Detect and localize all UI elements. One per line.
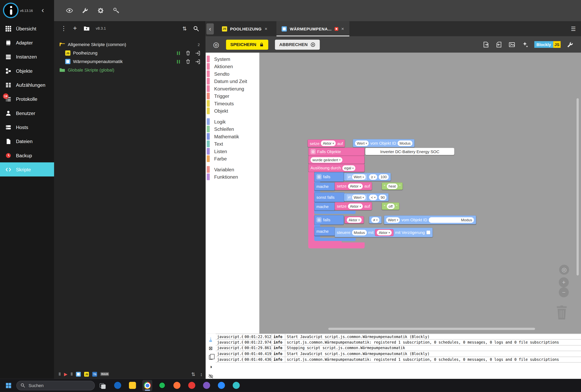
wrench-icon[interactable] <box>81 7 89 14</box>
locate-script-icon[interactable]: ◎ <box>213 40 219 49</box>
block-set-variable[interactable]: setze Aktor▾ auf <box>307 139 345 147</box>
event-dropdown[interactable]: wurde geändert▾ <box>310 157 342 162</box>
sidebar-item-instanzen[interactable]: Instanzen <box>0 50 54 64</box>
cancel-button[interactable]: ABBRECHEN <box>275 40 320 50</box>
center-workspace-icon[interactable]: ◎ <box>559 265 569 275</box>
search-input[interactable] <box>28 382 83 388</box>
play-filter-icon[interactable]: ▶ <box>64 372 67 376</box>
close-tab-icon[interactable]: × <box>341 26 344 32</box>
blockly-category[interactable]: Datum und Zeit <box>206 78 259 85</box>
taskbar-search[interactable] <box>16 380 95 390</box>
trash-icon[interactable] <box>555 306 569 322</box>
taskbar-app-icon[interactable] <box>127 380 137 391</box>
sidebar-item-dateien[interactable]: Dateien <box>0 134 54 148</box>
blockly-category[interactable]: Listen <box>206 148 259 155</box>
blockly-category[interactable]: Objekt <box>206 107 259 114</box>
block-trigger-value[interactable]: ⇄Wert▾ <box>346 194 368 201</box>
start-button[interactable] <box>4 380 13 390</box>
tree-script-poolheizung[interactable]: JS Poolheizung <box>65 49 202 57</box>
taskbar-app-icon[interactable] <box>231 380 241 391</box>
value-type-dropdown[interactable]: Wert▾ <box>355 140 369 146</box>
sidebar-item-skripte[interactable]: Skripte <box>0 162 54 176</box>
sidebar-item-backup[interactable]: Backup <box>0 148 54 162</box>
tree-folder-global[interactable]: Globale Skripte (global) <box>59 66 202 74</box>
wrench-icon[interactable] <box>567 41 574 48</box>
block-compare-ge[interactable]: ⇄Wert▾ ≥▾ 100 <box>344 173 391 181</box>
block-set-aktor-heat[interactable]: setze Aktor▾ auf <box>335 182 372 190</box>
block-text-heat[interactable]: “ heat ” <box>382 182 403 190</box>
menu-dots-icon[interactable]: ⋮ <box>61 25 67 32</box>
blockly-category[interactable]: Konvertierung <box>206 85 259 92</box>
blockly-category[interactable]: Sendto <box>206 70 259 78</box>
eye-icon[interactable] <box>66 7 73 14</box>
block-get-value-modus[interactable]: Wert▾ vom Objekt ID Modus <box>384 215 476 224</box>
mutator-gear-icon[interactable]: ⚙ <box>310 149 316 154</box>
taskbar-app-icon[interactable] <box>172 380 182 391</box>
expand-all-icon[interactable]: ⇅ <box>191 371 195 377</box>
sidebar-item-objekte[interactable]: Objekte <box>0 64 54 78</box>
blockly-category[interactable]: Variablen <box>206 166 259 173</box>
back-icon[interactable]: ‹ <box>206 23 214 34</box>
control-object-field[interactable]: Modus <box>352 230 367 235</box>
operator-dropdown[interactable]: ≥▾ <box>369 174 377 180</box>
sidebar-item-aufzaehlungen[interactable]: Aufzählungen <box>0 78 54 92</box>
block-get-value[interactable]: Wert▾ vom Objekt ID Modus <box>353 139 415 147</box>
blockly-category[interactable]: System <box>206 55 259 63</box>
blockly-category[interactable]: Mathematik <box>206 133 259 140</box>
block-variable-aktor[interactable]: Aktor▾ <box>375 229 394 236</box>
pause-script-icon[interactable] <box>176 59 181 64</box>
sort-icon[interactable]: ⇅ <box>182 26 187 32</box>
object-id-field[interactable]: Inverter DC-Battery Energy SOC <box>365 148 454 155</box>
tab-menu-icon[interactable]: ☰ <box>571 26 576 32</box>
blockly-canvas[interactable]: setze Aktor▾ auf Wert▾ vom Objekt ID Mod… <box>259 52 581 334</box>
block-variable-aktor[interactable]: Aktor▾ <box>345 216 364 224</box>
sidebar-item-uebersicht[interactable]: Übersicht <box>0 22 54 36</box>
delete-script-icon[interactable] <box>185 50 191 56</box>
sidebar-item-benutzer[interactable]: Benutzer <box>0 106 54 120</box>
gear-icon[interactable] <box>97 7 104 14</box>
compare-operator-holder[interactable]: ≠▾ <box>369 216 382 224</box>
zoom-in-icon[interactable]: + <box>559 277 569 287</box>
text-field[interactable]: heat <box>387 183 398 189</box>
blockly-category[interactable]: Timeouts <box>206 100 259 107</box>
object-field[interactable]: Modus <box>398 140 413 146</box>
copy-log-icon[interactable] <box>209 355 212 360</box>
block-trigger-value[interactable]: ⇄Wert▾ <box>346 173 368 180</box>
mutator-gear-icon[interactable]: ⚙ <box>316 174 322 180</box>
close-tab-icon[interactable]: × <box>265 26 268 32</box>
sidebar-item-hosts[interactable]: Hosts <box>0 120 54 134</box>
block-if-2[interactable]: ⚙ falls <box>314 215 344 225</box>
key-icon[interactable] <box>112 7 120 14</box>
blockly-category[interactable]: Trigger <box>206 92 259 100</box>
import-script-icon[interactable] <box>495 41 502 48</box>
blockly-category[interactable]: Aktionen <box>206 63 259 70</box>
collapse-all-icon[interactable]: ↕ <box>200 371 202 377</box>
delete-script-icon[interactable] <box>185 59 191 64</box>
tab-poolheizung[interactable]: JS POOLHEIZUNG × <box>217 21 273 36</box>
edge-dropdown[interactable]: egal▾ <box>342 165 356 171</box>
open-script-icon[interactable] <box>195 59 200 64</box>
taskbar-app-icon[interactable] <box>202 380 212 391</box>
taskbar-app-icon[interactable] <box>112 380 123 391</box>
value-type-dropdown[interactable]: Wert▾ <box>386 217 400 223</box>
text-field[interactable]: off <box>387 203 394 209</box>
editor-language-toggle[interactable]: Blockly JS <box>534 41 561 48</box>
operator-dropdown[interactable]: <▾ <box>369 194 377 200</box>
variable-dropdown[interactable]: Aktor▾ <box>347 217 362 223</box>
variable-dropdown[interactable]: Aktor▾ <box>348 183 363 189</box>
open-script-icon[interactable] <box>195 50 200 56</box>
blockly-category[interactable]: Logik <box>206 118 259 126</box>
export-script-icon[interactable] <box>483 41 490 48</box>
contrast-icon[interactable]: ◑ <box>209 364 212 370</box>
collapse-sidebar-icon[interactable]: ‹ <box>41 6 44 14</box>
operator-dropdown[interactable]: ≠▾ <box>371 217 379 223</box>
pause-filter-icon[interactable]: ‖ <box>70 372 73 376</box>
trigger-edge-row[interactable]: Auslösung durch egal▾ <box>308 164 365 172</box>
pause-filter-icon[interactable]: ‖ <box>58 372 61 376</box>
horizontal-scrollbar[interactable] <box>328 328 535 330</box>
js-filter-icon[interactable]: JS <box>84 372 89 376</box>
zoom-out-icon[interactable]: − <box>559 287 569 297</box>
export-image-icon[interactable] <box>508 41 516 48</box>
block-text-off[interactable]: “ off ” <box>382 202 400 210</box>
variable-dropdown[interactable]: Aktor▾ <box>321 140 336 146</box>
